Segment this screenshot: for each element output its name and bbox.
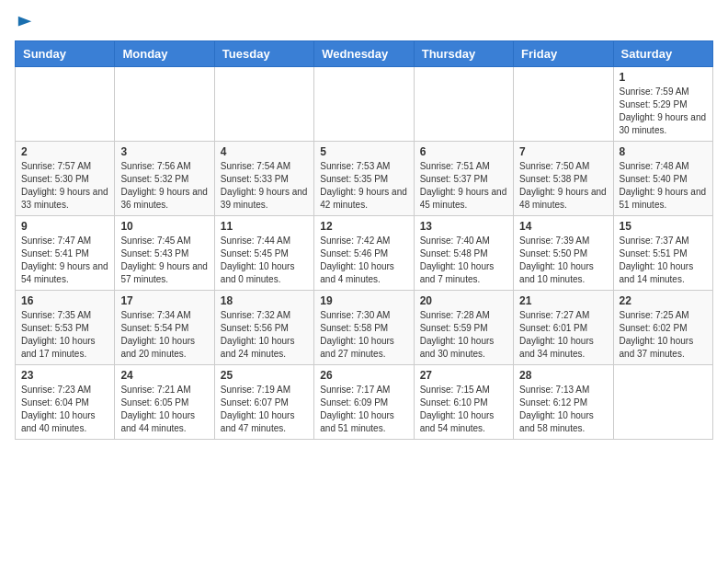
day-number: 23 — [21, 369, 108, 382]
day-number: 8 — [620, 145, 707, 158]
calendar-cell-w4d5: 28Sunrise: 7:13 AM Sunset: 6:12 PM Dayli… — [514, 365, 613, 440]
calendar-cell-w2d5: 14Sunrise: 7:39 AM Sunset: 5:50 PM Dayli… — [514, 216, 613, 291]
calendar-cell-w4d4: 27Sunrise: 7:15 AM Sunset: 6:10 PM Dayli… — [414, 365, 513, 440]
calendar-cell-w2d6: 15Sunrise: 7:37 AM Sunset: 5:51 PM Dayli… — [613, 216, 712, 291]
day-number: 6 — [420, 145, 507, 158]
day-info: Sunrise: 7:34 AM Sunset: 5:54 PM Dayligh… — [120, 309, 208, 361]
day-info: Sunrise: 7:50 AM Sunset: 5:38 PM Dayligh… — [519, 160, 607, 212]
calendar-week-3: 16Sunrise: 7:35 AM Sunset: 5:53 PM Dayli… — [16, 291, 713, 365]
logo — [15, 15, 33, 31]
day-info: Sunrise: 7:53 AM Sunset: 5:35 PM Dayligh… — [320, 160, 407, 212]
day-info: Sunrise: 7:48 AM Sunset: 5:40 PM Dayligh… — [620, 160, 707, 212]
calendar-header-sunday: Sunday — [16, 41, 115, 67]
day-number: 18 — [221, 294, 308, 307]
calendar-cell-w1d6: 8Sunrise: 7:48 AM Sunset: 5:40 PM Daylig… — [613, 142, 712, 216]
calendar-header-saturday: Saturday — [613, 41, 712, 67]
calendar-cell-w1d3: 5Sunrise: 7:53 AM Sunset: 5:35 PM Daylig… — [314, 142, 414, 216]
calendar-cell-w3d3: 19Sunrise: 7:30 AM Sunset: 5:58 PM Dayli… — [314, 291, 414, 365]
calendar-cell-w1d2: 4Sunrise: 7:54 AM Sunset: 5:33 PM Daylig… — [214, 142, 313, 216]
calendar-cell-w4d1: 24Sunrise: 7:21 AM Sunset: 6:05 PM Dayli… — [115, 365, 214, 440]
day-info: Sunrise: 7:13 AM Sunset: 6:12 PM Dayligh… — [519, 384, 607, 435]
day-number: 28 — [519, 369, 607, 382]
day-number: 12 — [320, 220, 407, 233]
calendar-header-tuesday: Tuesday — [214, 41, 313, 67]
calendar-cell-w2d1: 10Sunrise: 7:45 AM Sunset: 5:43 PM Dayli… — [115, 216, 214, 291]
day-number: 17 — [120, 294, 208, 307]
calendar-cell-w4d0: 23Sunrise: 7:23 AM Sunset: 6:04 PM Dayli… — [16, 365, 115, 440]
calendar-header-row: SundayMondayTuesdayWednesdayThursdayFrid… — [16, 41, 713, 67]
day-number: 25 — [221, 369, 308, 382]
day-number: 13 — [420, 220, 507, 233]
day-number: 21 — [519, 294, 607, 307]
calendar-cell-w3d2: 18Sunrise: 7:32 AM Sunset: 5:56 PM Dayli… — [214, 291, 313, 365]
day-number: 14 — [519, 220, 607, 233]
day-number: 27 — [420, 369, 507, 382]
calendar-cell-w0d1 — [115, 67, 214, 142]
day-info: Sunrise: 7:40 AM Sunset: 5:48 PM Dayligh… — [420, 235, 507, 286]
calendar-cell-w3d4: 20Sunrise: 7:28 AM Sunset: 5:59 PM Dayli… — [414, 291, 513, 365]
day-info: Sunrise: 7:39 AM Sunset: 5:50 PM Dayligh… — [519, 235, 607, 286]
day-info: Sunrise: 7:25 AM Sunset: 6:02 PM Dayligh… — [620, 309, 707, 361]
day-number: 3 — [120, 145, 208, 158]
calendar-cell-w0d5 — [514, 67, 613, 142]
day-info: Sunrise: 7:45 AM Sunset: 5:43 PM Dayligh… — [120, 235, 208, 286]
day-number: 9 — [21, 220, 108, 233]
day-number: 24 — [120, 369, 208, 382]
day-info: Sunrise: 7:27 AM Sunset: 6:01 PM Dayligh… — [519, 309, 607, 361]
calendar-week-1: 2Sunrise: 7:57 AM Sunset: 5:30 PM Daylig… — [16, 142, 713, 216]
page-header — [15, 15, 713, 31]
day-info: Sunrise: 7:51 AM Sunset: 5:37 PM Dayligh… — [420, 160, 507, 212]
day-info: Sunrise: 7:44 AM Sunset: 5:45 PM Dayligh… — [221, 235, 308, 286]
logo-flag-icon — [17, 15, 33, 31]
calendar-cell-w1d5: 7Sunrise: 7:50 AM Sunset: 5:38 PM Daylig… — [514, 142, 613, 216]
calendar-cell-w3d0: 16Sunrise: 7:35 AM Sunset: 5:53 PM Dayli… — [16, 291, 115, 365]
calendar-week-2: 9Sunrise: 7:47 AM Sunset: 5:41 PM Daylig… — [16, 216, 713, 291]
calendar-cell-w0d2 — [214, 67, 313, 142]
day-info: Sunrise: 7:32 AM Sunset: 5:56 PM Dayligh… — [221, 309, 308, 361]
calendar-cell-w2d3: 12Sunrise: 7:42 AM Sunset: 5:46 PM Dayli… — [314, 216, 414, 291]
day-info: Sunrise: 7:19 AM Sunset: 6:07 PM Dayligh… — [221, 384, 308, 435]
calendar-header-thursday: Thursday — [414, 41, 513, 67]
calendar-cell-w0d4 — [414, 67, 513, 142]
calendar-header-friday: Friday — [514, 41, 613, 67]
calendar-cell-w2d4: 13Sunrise: 7:40 AM Sunset: 5:48 PM Dayli… — [414, 216, 513, 291]
calendar-cell-w3d5: 21Sunrise: 7:27 AM Sunset: 6:01 PM Dayli… — [514, 291, 613, 365]
day-number: 10 — [120, 220, 208, 233]
day-number: 26 — [320, 369, 407, 382]
calendar-cell-w1d0: 2Sunrise: 7:57 AM Sunset: 5:30 PM Daylig… — [16, 142, 115, 216]
day-number: 5 — [320, 145, 407, 158]
calendar-header-wednesday: Wednesday — [314, 41, 414, 67]
day-info: Sunrise: 7:59 AM Sunset: 5:29 PM Dayligh… — [620, 86, 707, 137]
day-info: Sunrise: 7:28 AM Sunset: 5:59 PM Dayligh… — [420, 309, 507, 361]
day-number: 1 — [620, 71, 707, 84]
calendar-cell-w0d3 — [314, 67, 414, 142]
day-info: Sunrise: 7:54 AM Sunset: 5:33 PM Dayligh… — [221, 160, 308, 212]
day-number: 22 — [620, 294, 707, 307]
day-number: 19 — [320, 294, 407, 307]
calendar-cell-w1d4: 6Sunrise: 7:51 AM Sunset: 5:37 PM Daylig… — [414, 142, 513, 216]
calendar-table: SundayMondayTuesdayWednesdayThursdayFrid… — [15, 40, 713, 440]
calendar-cell-w4d3: 26Sunrise: 7:17 AM Sunset: 6:09 PM Dayli… — [314, 365, 414, 440]
day-info: Sunrise: 7:37 AM Sunset: 5:51 PM Dayligh… — [620, 235, 707, 286]
svg-marker-0 — [18, 17, 31, 27]
day-info: Sunrise: 7:47 AM Sunset: 5:41 PM Dayligh… — [21, 235, 108, 286]
day-info: Sunrise: 7:23 AM Sunset: 6:04 PM Dayligh… — [21, 384, 108, 435]
calendar-cell-w0d6: 1Sunrise: 7:59 AM Sunset: 5:29 PM Daylig… — [613, 67, 712, 142]
calendar-cell-w0d0 — [16, 67, 115, 142]
calendar-cell-w3d6: 22Sunrise: 7:25 AM Sunset: 6:02 PM Dayli… — [613, 291, 712, 365]
calendar-cell-w2d0: 9Sunrise: 7:47 AM Sunset: 5:41 PM Daylig… — [16, 216, 115, 291]
day-number: 2 — [21, 145, 108, 158]
day-info: Sunrise: 7:35 AM Sunset: 5:53 PM Dayligh… — [21, 309, 108, 361]
day-number: 11 — [221, 220, 308, 233]
calendar-cell-w4d2: 25Sunrise: 7:19 AM Sunset: 6:07 PM Dayli… — [214, 365, 313, 440]
day-number: 7 — [519, 145, 607, 158]
calendar-header-monday: Monday — [115, 41, 214, 67]
day-info: Sunrise: 7:17 AM Sunset: 6:09 PM Dayligh… — [320, 384, 407, 435]
day-info: Sunrise: 7:42 AM Sunset: 5:46 PM Dayligh… — [320, 235, 407, 286]
day-info: Sunrise: 7:56 AM Sunset: 5:32 PM Dayligh… — [120, 160, 208, 212]
day-info: Sunrise: 7:21 AM Sunset: 6:05 PM Dayligh… — [120, 384, 208, 435]
day-number: 15 — [620, 220, 707, 233]
day-info: Sunrise: 7:30 AM Sunset: 5:58 PM Dayligh… — [320, 309, 407, 361]
calendar-cell-w4d6 — [613, 365, 712, 440]
calendar-week-0: 1Sunrise: 7:59 AM Sunset: 5:29 PM Daylig… — [16, 67, 713, 142]
